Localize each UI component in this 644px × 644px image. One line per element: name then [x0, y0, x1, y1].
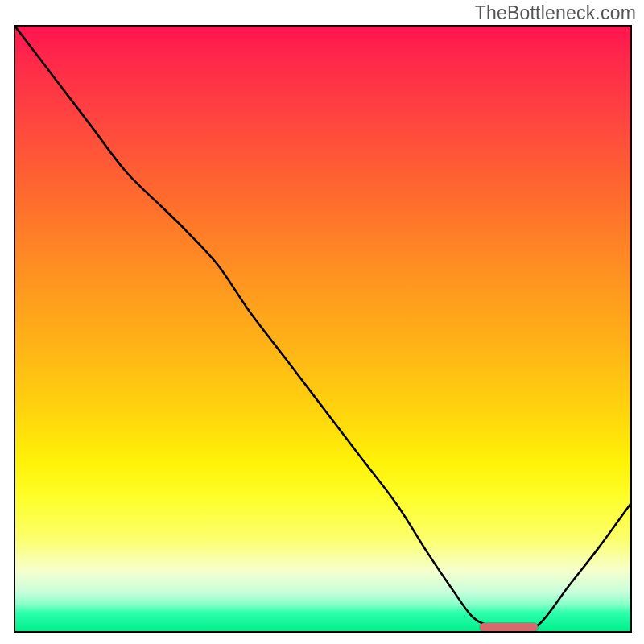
series-path — [15, 27, 630, 629]
optimum-marker — [480, 623, 539, 631]
watermark-text: TheBottleneck.com — [475, 2, 636, 24]
plot-area — [14, 25, 632, 633]
line-series — [15, 27, 630, 631]
